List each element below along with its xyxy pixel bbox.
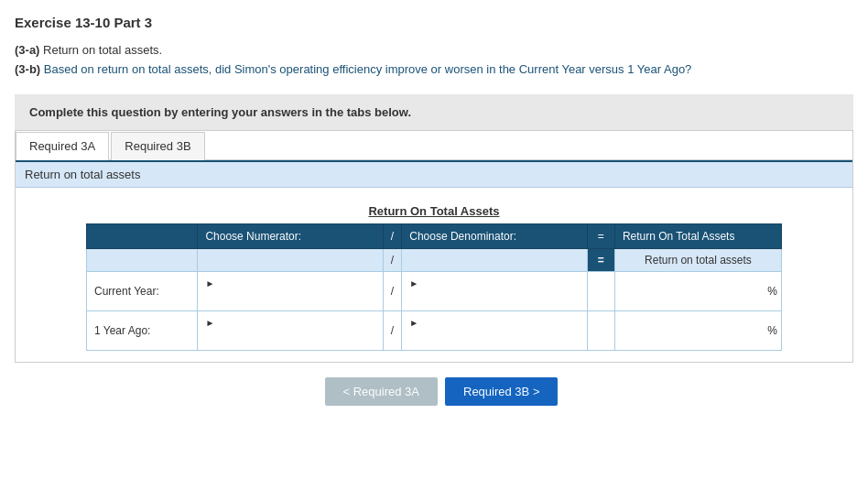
header-slash: / (383, 223, 402, 248)
current-year-result-cell: % (614, 271, 781, 310)
current-year-numerator-arrow: ► (205, 278, 214, 288)
current-year-slash: / (383, 271, 402, 310)
header-denominator: Choose Denominator: (402, 223, 587, 248)
label-equals: = (587, 248, 614, 271)
one-year-ago-numerator-cell: ► (198, 310, 383, 350)
label-row-empty (87, 248, 198, 271)
header-equals: = (587, 223, 614, 248)
label-row: / = Return on total assets (87, 248, 782, 271)
tab-required-3b[interactable]: Required 3B (111, 132, 204, 160)
current-year-percent: % (767, 285, 777, 298)
header-result: Return On Total Assets (614, 223, 781, 248)
current-year-numerator-cell: ► (198, 271, 383, 310)
one-year-ago-label: 1 Year Ago: (87, 310, 198, 350)
current-year-numerator-input[interactable] (205, 289, 374, 306)
current-year-equals: = (587, 271, 614, 310)
header-row-label-empty (87, 223, 198, 248)
label-slash: / (383, 248, 402, 271)
header-numerator: Choose Numerator: (198, 223, 383, 248)
section-header: Return on total assets (16, 162, 852, 188)
current-year-denominator-cell: ► (402, 271, 587, 310)
tabs-row: Required 3A Required 3B (16, 131, 852, 160)
current-year-denominator-arrow: ► (409, 278, 418, 288)
table-title: Return On Total Assets (87, 199, 782, 224)
one-year-ago-numerator-input[interactable] (205, 329, 374, 345)
next-button[interactable]: Required 3B > (445, 377, 558, 406)
current-year-result-input[interactable] (637, 283, 774, 299)
current-year-label: Current Year: (87, 271, 198, 310)
exercise-title: Exercise 13-10 Part 3 (15, 15, 853, 30)
label-denominator-input (402, 248, 587, 271)
prev-button[interactable]: < Required 3A (325, 377, 438, 406)
one-year-ago-result-cell: % (614, 310, 781, 350)
part-a-text: Return on total assets. (43, 43, 162, 57)
one-year-ago-denominator-cell: ► (402, 310, 587, 350)
one-year-ago-denominator-arrow: ► (409, 318, 418, 328)
one-year-ago-numerator-arrow: ► (205, 318, 214, 328)
tab-required-3a[interactable]: Required 3A (16, 132, 109, 160)
label-result-text: Return on total assets (614, 248, 781, 271)
one-year-ago-equals: = (587, 310, 614, 350)
part-b-text: Based on return on total assets, did Sim… (44, 62, 692, 76)
label-numerator-input (198, 248, 383, 271)
one-year-ago-percent: % (767, 324, 777, 337)
part-b-label: (3-b) (15, 62, 40, 76)
return-table: Return On Total Assets Choose Numerator:… (86, 199, 782, 351)
one-year-ago-denominator-input[interactable] (409, 329, 579, 345)
one-year-ago-result-input[interactable] (637, 322, 774, 339)
tabs-container: Required 3A Required 3B Return on total … (15, 130, 853, 363)
header-row: Choose Numerator: / Choose Denominator: … (87, 223, 782, 248)
table-wrapper: Return On Total Assets Choose Numerator:… (16, 188, 852, 362)
instruction-box: Complete this question by entering your … (15, 94, 853, 130)
current-year-row: Current Year: ► / ► = % (87, 271, 782, 310)
instructions: (3-a) Return on total assets. (3-b) Base… (15, 41, 853, 80)
table-title-row: Return On Total Assets (87, 199, 782, 224)
one-year-ago-slash: / (383, 310, 402, 350)
part-a-label: (3-a) (15, 43, 39, 57)
nav-buttons: < Required 3A Required 3B > (15, 377, 853, 406)
current-year-denominator-input[interactable] (409, 289, 579, 306)
one-year-ago-row: 1 Year Ago: ► / ► = % (87, 310, 782, 350)
